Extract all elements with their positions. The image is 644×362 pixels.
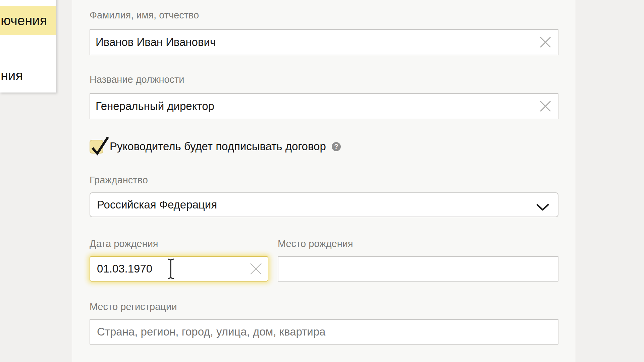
contract-form-panel: Фамилия, имя, отчество Название должност…: [72, 0, 576, 362]
registration-address-input[interactable]: [90, 319, 558, 345]
clear-icon[interactable]: [539, 100, 552, 113]
signer-checkbox-row: Руководитель будет подписывать договор ?: [90, 139, 558, 154]
clear-icon[interactable]: [249, 262, 263, 276]
birth-date-label: Дата рождения: [90, 238, 268, 249]
sidebar-item[interactable]: ния: [0, 68, 56, 82]
full-name-input[interactable]: [90, 29, 558, 55]
person-form: Фамилия, имя, отчество Название должност…: [90, 9, 558, 345]
citizenship-label: Гражданство: [90, 174, 558, 186]
citizenship-selected-value: Российская Федерация: [97, 198, 217, 211]
registration-address-label: Место регистрации: [90, 301, 558, 312]
job-title-label: Название должности: [90, 74, 558, 85]
birth-row: Дата рождения: [90, 238, 558, 282]
job-title-field-wrap: [90, 93, 558, 119]
job-title-input[interactable]: [90, 93, 558, 119]
checkmark-icon: [91, 135, 110, 155]
birth-date-field-wrap: [90, 256, 268, 282]
citizenship-select[interactable]: Российская Федерация: [90, 192, 558, 217]
clear-icon[interactable]: [539, 36, 552, 49]
birth-place-column: Место рождения: [278, 238, 558, 282]
sidebar-nav: ючения ния: [0, 0, 56, 93]
signer-checkbox-label[interactable]: Руководитель будет подписывать договор: [110, 140, 326, 153]
signer-checkbox[interactable]: [90, 140, 103, 154]
sidebar-item-active[interactable]: ючения: [0, 6, 56, 35]
birth-place-label: Место рождения: [278, 238, 558, 249]
birth-date-input[interactable]: [90, 256, 268, 282]
birth-date-column: Дата рождения: [90, 238, 268, 282]
help-icon[interactable]: ?: [332, 142, 341, 151]
full-name-label: Фамилия, имя, отчество: [90, 9, 558, 21]
registration-address-field-wrap: [90, 319, 558, 345]
chevron-down-icon: [536, 201, 549, 214]
full-name-field-wrap: [90, 29, 558, 55]
birth-place-input[interactable]: [278, 256, 558, 282]
birth-place-field-wrap: [278, 256, 558, 282]
